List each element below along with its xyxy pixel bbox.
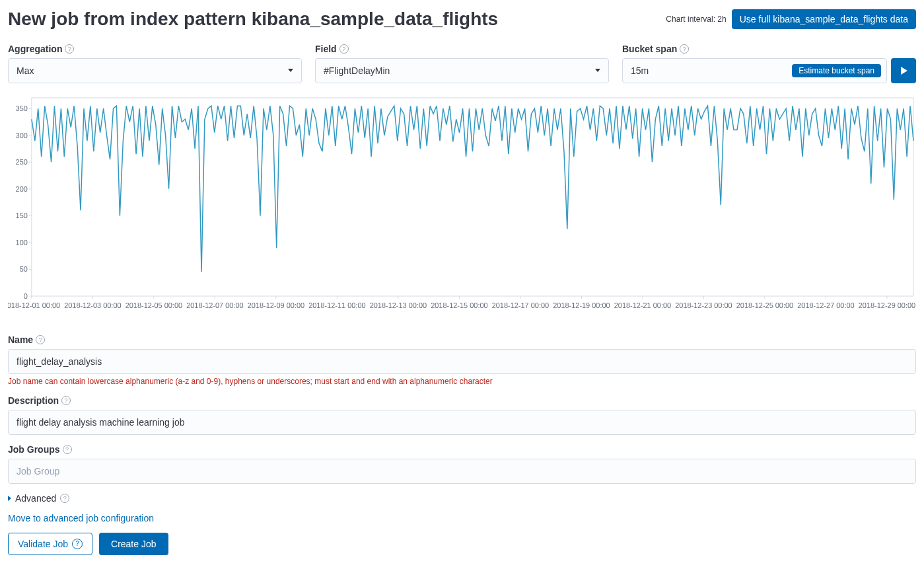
chevron-right-icon: [8, 496, 11, 501]
chevron-down-icon: [595, 69, 600, 72]
chart: 0501001502002503003502018-12-01 00:00201…: [8, 95, 916, 320]
field-label: Field ?: [315, 44, 609, 54]
help-icon[interactable]: ?: [680, 44, 689, 54]
advanced-label: Advanced: [15, 493, 56, 504]
svg-text:2018-12-27 00:00: 2018-12-27 00:00: [797, 301, 854, 309]
use-full-data-button[interactable]: Use full kibana_sample_data_flights data: [732, 9, 916, 29]
svg-text:150: 150: [16, 211, 28, 219]
svg-text:2018-12-11 00:00: 2018-12-11 00:00: [308, 301, 365, 309]
svg-text:2018-12-25 00:00: 2018-12-25 00:00: [736, 301, 793, 309]
move-to-advanced-link[interactable]: Move to advanced job configuration: [8, 513, 154, 523]
name-hint: Job name can contain lowercase alphanume…: [8, 377, 916, 386]
help-icon: ?: [72, 539, 83, 549]
svg-text:2018-12-29 00:00: 2018-12-29 00:00: [859, 301, 915, 309]
svg-text:200: 200: [16, 185, 28, 193]
svg-text:2018-12-07 00:00: 2018-12-07 00:00: [186, 301, 243, 309]
svg-rect-0: [32, 98, 913, 296]
svg-text:300: 300: [16, 132, 28, 139]
svg-text:2018-12-19 00:00: 2018-12-19 00:00: [553, 301, 610, 309]
help-icon[interactable]: ?: [61, 396, 71, 405]
estimate-bucket-span-button[interactable]: Estimate bucket span: [792, 64, 881, 77]
chevron-down-icon: [288, 69, 293, 72]
play-icon: [901, 67, 907, 75]
svg-text:250: 250: [16, 158, 28, 166]
field-select[interactable]: #FlightDelayMin: [315, 58, 609, 83]
svg-text:2018-12-09 00:00: 2018-12-09 00:00: [248, 301, 304, 309]
name-input[interactable]: [8, 349, 916, 374]
description-input[interactable]: [8, 410, 916, 435]
job-groups-input[interactable]: [8, 459, 916, 484]
advanced-toggle[interactable]: Advanced ?: [8, 493, 916, 504]
name-label: Name ?: [8, 334, 916, 345]
svg-text:2018-12-01 00:00: 2018-12-01 00:00: [8, 301, 60, 309]
description-label: Description ?: [8, 395, 916, 406]
aggregation-label: Aggregation ?: [8, 44, 302, 54]
create-job-button[interactable]: Create Job: [99, 533, 168, 555]
svg-text:350: 350: [16, 104, 28, 112]
svg-text:0: 0: [24, 292, 28, 300]
svg-text:2018-12-15 00:00: 2018-12-15 00:00: [431, 301, 487, 309]
aggregation-select[interactable]: Max: [8, 58, 302, 83]
svg-text:2018-12-03 00:00: 2018-12-03 00:00: [64, 301, 121, 309]
svg-text:100: 100: [16, 239, 28, 247]
svg-text:2018-12-21 00:00: 2018-12-21 00:00: [614, 301, 671, 309]
help-icon: ?: [60, 494, 69, 503]
help-icon[interactable]: ?: [63, 445, 72, 454]
svg-text:2018-12-17 00:00: 2018-12-17 00:00: [492, 301, 549, 309]
help-icon[interactable]: ?: [339, 44, 349, 54]
help-icon[interactable]: ?: [36, 335, 45, 344]
job-groups-label: Job Groups ?: [8, 444, 916, 455]
page-title: New job from index pattern kibana_sample…: [8, 7, 498, 32]
chart-interval-label: Chart interval: 2h: [666, 15, 726, 24]
bucket-span-label: Bucket span ?: [622, 44, 916, 54]
help-icon[interactable]: ?: [65, 44, 74, 54]
validate-job-button[interactable]: Validate Job ?: [8, 533, 92, 555]
svg-text:2018-12-23 00:00: 2018-12-23 00:00: [675, 301, 732, 309]
bucket-span-input[interactable]: [631, 65, 792, 76]
svg-text:50: 50: [20, 265, 28, 273]
svg-text:2018-12-13 00:00: 2018-12-13 00:00: [370, 301, 427, 309]
svg-text:2018-12-05 00:00: 2018-12-05 00:00: [125, 301, 182, 309]
run-button[interactable]: [891, 58, 916, 83]
